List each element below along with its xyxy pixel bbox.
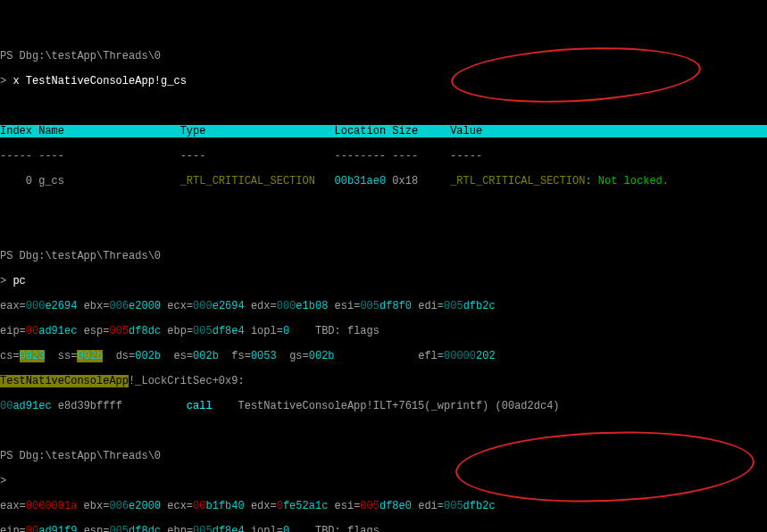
command-text: x TestNativeConsoleApp!g_cs <box>6 75 187 87</box>
table-row-1: 0 g_cs _RTL_CRITICAL_SECTION 00b31ae0 0x… <box>0 175 767 187</box>
reg-val: 002b <box>77 350 103 362</box>
reg-hi: 00000 <box>444 350 476 362</box>
prompt-path-2: PS Dbg:\testApp\Threads\0 <box>0 250 767 262</box>
reg-label: eax= <box>0 300 26 312</box>
blank <box>0 200 767 212</box>
registers-line: eip=00ad91ec esp=005df8dc ebp=005df8e4 i… <box>0 325 767 337</box>
reg-label: ecx= <box>161 300 193 312</box>
command-line-1[interactable]: > x TestNativeConsoleApp!g_cs <box>0 75 767 87</box>
blank <box>0 225 767 237</box>
row-rtl: _RTL_CRITICAL_SECTION <box>450 175 585 187</box>
mnemonic: call <box>122 400 213 412</box>
reg-val: 002b <box>135 350 161 362</box>
reg-lo: b1fb40 <box>205 500 244 512</box>
table-header-1: Index Name Type Location Size Value <box>0 125 767 137</box>
symbol-offset: !_LockCritSec+0x9: <box>129 375 245 387</box>
reg-lo: ad91f9 <box>38 525 77 532</box>
reg-lo: df8e4 <box>213 325 245 337</box>
reg-hi: 005 <box>109 325 129 337</box>
reg-label: edx= <box>245 300 277 312</box>
reg-hi: 005 <box>444 300 463 312</box>
hdr-name: Name <box>38 125 64 137</box>
reg-lo: dfb2c <box>463 500 496 512</box>
reg-lo: df8dc <box>129 325 161 337</box>
reg-lo: e2694 <box>45 300 77 312</box>
reg-label: ecx= <box>161 500 193 512</box>
reg-label: esi= <box>328 500 360 512</box>
reg-hi: 00 <box>193 500 205 512</box>
row-colon: : <box>585 175 591 187</box>
reg-label: ebx= <box>77 500 109 512</box>
reg-label: cs= <box>0 350 20 362</box>
reg-lo: df8e0 <box>379 500 412 512</box>
reg-lo: e2000 <box>129 500 161 512</box>
reg-label: efl= <box>335 350 444 362</box>
reg-label: iopl= <box>245 525 283 532</box>
row-status: Not locked. <box>598 175 669 187</box>
reg-label: edx= <box>245 500 277 512</box>
reg-hi: 000 <box>26 300 46 312</box>
reg-lo: e2000 <box>129 300 161 312</box>
reg-label: eip= <box>0 525 26 532</box>
reg-label: eax= <box>0 500 26 512</box>
annotation-circle-2 <box>454 427 756 507</box>
reg-label: edi= <box>412 500 444 512</box>
symbol-line: TestNativeConsoleApp!_LockCritSec+0x9: <box>0 375 767 387</box>
hdr-location: Location <box>335 125 387 137</box>
reg-hi: 005 <box>360 300 379 312</box>
reg-lo: df8dc <box>129 525 161 532</box>
reg-label: esp= <box>77 325 109 337</box>
reg-lo: e1b08 <box>296 300 328 312</box>
reg-lo: ad91ec <box>38 325 77 337</box>
row-type: _RTL_CRITICAL_SECTION <box>180 175 315 187</box>
reg-label: es= <box>161 350 193 362</box>
prompt-path-1: PS Dbg:\testApp\Threads\0 <box>0 50 767 62</box>
tbd-flags: TBD: flags <box>289 525 379 532</box>
op-bytes: e8d39bffff <box>52 400 122 412</box>
command-text: pc <box>6 275 26 287</box>
reg-hi: 005 <box>109 525 129 532</box>
reg-label: fs= <box>219 350 251 362</box>
addr-hi: 00 <box>0 400 13 412</box>
row-name: g_cs <box>38 175 64 187</box>
prompt-char[interactable]: > <box>0 475 767 487</box>
reg-hi: 00 <box>26 525 38 532</box>
prompt-path-3: PS Dbg:\testApp\Threads\0 <box>0 450 767 462</box>
disasm-line: 00ad91ec e8d39bffff call TestNativeConso… <box>0 400 767 412</box>
reg-lo: df8e4 <box>213 525 245 532</box>
row-loc: 00b31ae0 <box>335 175 387 187</box>
reg-label: esi= <box>328 300 360 312</box>
row-idx: 0 <box>0 175 32 187</box>
row-size: 0x18 <box>392 175 418 187</box>
reg-label: gs= <box>277 350 309 362</box>
reg-val: 002b <box>309 350 335 362</box>
reg-hi: 006 <box>109 500 129 512</box>
reg-hi: 00 <box>26 325 38 337</box>
dashes: ----- ---- ---- -------- ---- ----- <box>0 150 767 162</box>
registers-line: eax=000e2694 ebx=006e2000 ecx=000e2694 e… <box>0 300 767 312</box>
reg-val: 0053 <box>251 350 277 362</box>
reg-label: edi= <box>412 300 444 312</box>
reg-label: iopl= <box>245 325 283 337</box>
module-name: TestNativeConsoleApp <box>0 375 129 387</box>
hdr-index: Index <box>0 125 32 137</box>
reg-label: ebp= <box>161 325 193 337</box>
tbd-flags: TBD: flags <box>289 325 379 337</box>
reg-lo: dfb2c <box>463 300 496 312</box>
reg-val: 0023 <box>20 350 46 362</box>
reg-hi: 006 <box>109 300 129 312</box>
reg-val: 0000001a <box>26 500 78 512</box>
registers-line: cs=0023 ss=002b ds=002b es=002b fs=0053 … <box>0 350 767 362</box>
registers-line: eax=0000001a ebx=006e2000 ecx=00b1fb40 e… <box>0 500 767 512</box>
blank <box>0 100 767 112</box>
command-line-2[interactable]: > pc <box>0 275 767 287</box>
hdr-type: Type <box>180 125 206 137</box>
operands: TestNativeConsoleApp!ILT+7615(_wprintf) … <box>213 400 560 412</box>
reg-lo: fe52a1c <box>283 500 328 512</box>
reg-label: esp= <box>77 525 109 532</box>
registers-line: eip=00ad91f9 esp=005df8dc ebp=005df8e4 i… <box>0 525 767 532</box>
reg-hi: 0 <box>277 500 283 512</box>
reg-hi: 005 <box>444 500 463 512</box>
hdr-value: Value <box>450 125 482 137</box>
reg-hi: 005 <box>360 500 379 512</box>
